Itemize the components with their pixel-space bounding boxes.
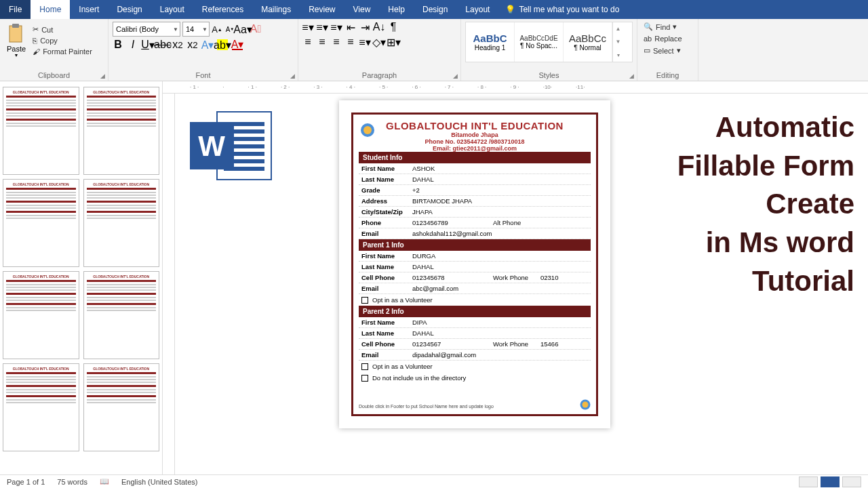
text-effect-icon[interactable]: A▾	[202, 39, 213, 50]
form-value[interactable]: DAHAL	[412, 176, 588, 183]
highlight-icon[interactable]: ab▾	[217, 39, 228, 50]
font-color-icon[interactable]: A▾	[232, 39, 243, 50]
checkbox-icon[interactable]	[361, 297, 368, 304]
bullets-icon[interactable]: ≡▾	[302, 22, 313, 33]
form-row[interactable]: Phone0123456789Alt Phone	[359, 218, 591, 228]
page-thumbnail[interactable]: GLOBALTOUCH INT'L EDUCATION	[83, 179, 160, 267]
form-value[interactable]: ashokdahal112@gmail.com	[412, 230, 588, 237]
page-status[interactable]: Page 1 of 1	[7, 478, 45, 486]
spell-check-icon[interactable]: 📖	[100, 477, 109, 486]
style-gallery[interactable]: AaBbCHeading 1 AaBbCcDdE¶ No Spac... AaB…	[465, 22, 633, 62]
clear-format-icon[interactable]: A⃠	[250, 24, 261, 35]
volunteer1-checkbox[interactable]: Opt in as a Volunteer	[359, 294, 591, 306]
page-thumbnail[interactable]: GLOBALTOUCH INT'L EDUCATION	[3, 179, 79, 267]
document-page[interactable]: GLOBALTOUCH INT'L EDUCATION Bitamode Jha…	[339, 100, 610, 428]
tell-me-box[interactable]: 💡 Tell me what you want to do	[498, 0, 626, 19]
form-value[interactable]: BIRTAMODE JHAPA	[412, 197, 588, 205]
tab-layout[interactable]: Layout	[151, 0, 193, 19]
style-scroll[interactable]: ▲▼▾	[612, 22, 623, 62]
form-row[interactable]: AddressBIRTAMODE JHAPA	[359, 196, 591, 207]
form-row[interactable]: Last NameDAHAL	[359, 262, 591, 272]
word-count[interactable]: 75 words	[57, 478, 87, 486]
page-thumbnail[interactable]: GLOBALTOUCH INT'L EDUCATION	[83, 87, 160, 175]
borders-icon[interactable]: ⊞▾	[388, 37, 399, 47]
line-spacing-icon[interactable]: ≡▾	[359, 37, 370, 47]
show-marks-icon[interactable]: ¶	[388, 22, 399, 33]
form-row[interactable]: Last NameDAHAL	[359, 328, 591, 339]
form-row[interactable]: First NameDURGA	[359, 251, 591, 262]
form-row[interactable]: Last NameDAHAL	[359, 174, 591, 185]
form-value[interactable]: 0123456789	[412, 219, 493, 226]
tab-design2[interactable]: Design	[414, 0, 456, 19]
form-value2[interactable]: 15466	[540, 340, 588, 348]
style-normal[interactable]: AaBbCc¶ Normal	[564, 22, 612, 62]
form-value[interactable]: 01234567	[412, 340, 493, 348]
tab-view[interactable]: View	[344, 0, 380, 19]
form-value[interactable]: abc@gmail.com	[412, 285, 588, 292]
form-row[interactable]: Cell Phone01234567Work Phone15466	[359, 339, 591, 350]
form-row[interactable]: Emailashokdahal112@gmail.com	[359, 228, 591, 239]
align-center-icon[interactable]: ≡	[317, 37, 328, 47]
form-value[interactable]: JHAPA	[412, 208, 588, 216]
font-size-dropdown[interactable]: 14▼	[182, 22, 210, 37]
directory-checkbox[interactable]: Do not include us in the directory	[359, 372, 591, 384]
form-row[interactable]: Emailabc@gmail.com	[359, 283, 591, 294]
thumbnail-panel[interactable]: GLOBALTOUCH INT'L EDUCATION GLOBALTOUCH …	[0, 81, 163, 474]
tab-help[interactable]: Help	[379, 0, 414, 19]
shading-icon[interactable]: ◇▾	[374, 37, 384, 47]
justify-icon[interactable]: ≡	[345, 37, 356, 47]
page-thumbnail[interactable]: GLOBALTOUCH INT'L EDUCATION	[83, 363, 160, 451]
copy-button[interactable]: ⎘Copy	[31, 36, 94, 45]
format-painter-button[interactable]: 🖌Format Painter	[31, 47, 94, 56]
bold-icon[interactable]: B	[113, 39, 123, 50]
strike-icon[interactable]: abc	[157, 39, 168, 50]
page-thumbnail[interactable]: GLOBALTOUCH INT'L EDUCATION	[83, 271, 160, 359]
dialog-launcher-icon[interactable]: ◢	[100, 73, 105, 79]
form-row[interactable]: City/State/ZipJHAPA	[359, 207, 591, 218]
form-value[interactable]: DAHAL	[412, 263, 588, 270]
checkbox-icon[interactable]	[361, 363, 368, 370]
tab-insert[interactable]: Insert	[70, 0, 108, 19]
subscript-icon[interactable]: x2	[172, 39, 183, 50]
superscript-icon[interactable]: x2	[187, 39, 198, 50]
form-row[interactable]: Cell Phone012345678Work Phone02310	[359, 272, 591, 283]
tab-references[interactable]: References	[193, 0, 252, 19]
form-value[interactable]: DURGA	[412, 252, 588, 260]
decrease-indent-icon[interactable]: ⇤	[345, 22, 356, 33]
sort-icon[interactable]: A↓	[374, 22, 384, 33]
tab-review[interactable]: Review	[300, 0, 344, 19]
font-name-dropdown[interactable]: Calibri (Body▼	[113, 22, 180, 37]
italic-icon[interactable]: I	[127, 39, 138, 50]
print-layout-button[interactable]	[821, 476, 840, 487]
form-value[interactable]: +2	[412, 186, 588, 194]
align-right-icon[interactable]: ≡	[331, 37, 342, 47]
form-value2[interactable]	[540, 219, 588, 226]
volunteer2-checkbox[interactable]: Opt in as a Volunteer	[359, 361, 591, 372]
page-thumbnail[interactable]: GLOBALTOUCH INT'L EDUCATION	[3, 87, 79, 175]
page-thumbnail[interactable]: GLOBALTOUCH INT'L EDUCATION	[3, 363, 79, 451]
form-value[interactable]: ASHOK	[412, 165, 588, 172]
form-row[interactable]: First NameDIPA	[359, 317, 591, 328]
language-status[interactable]: English (United States)	[121, 478, 198, 486]
page-thumbnail[interactable]: GLOBALTOUCH INT'L EDUCATION	[3, 271, 79, 359]
checkbox-icon[interactable]	[361, 375, 368, 382]
form-value[interactable]: DIPA	[412, 319, 588, 326]
tab-design[interactable]: Design	[108, 0, 151, 19]
change-case-icon[interactable]: Aa▾	[237, 24, 248, 35]
form-value2[interactable]: 02310	[540, 274, 588, 281]
paste-button[interactable]: Paste ▼	[4, 22, 28, 59]
dialog-launcher-icon[interactable]: ◢	[453, 73, 458, 79]
form-row[interactable]: Grade+2	[359, 185, 591, 196]
align-left-icon[interactable]: ≡	[302, 37, 313, 47]
tab-layout2[interactable]: Layout	[456, 0, 498, 19]
style-nospacing[interactable]: AaBbCcDdE¶ No Spac...	[515, 22, 564, 62]
tab-mailings[interactable]: Mailings	[252, 0, 300, 19]
numbering-icon[interactable]: ≡▾	[317, 22, 328, 33]
read-mode-button[interactable]	[799, 476, 818, 487]
horizontal-ruler[interactable]: · 1 ··· 1 ·· 2 ·· 3 ·· 4 ·· 5 ·· 6 ·· 7 …	[163, 81, 868, 94]
form-row[interactable]: Emaildipadahal@gmail.com	[359, 350, 591, 361]
multilevel-icon[interactable]: ≡▾	[331, 22, 342, 33]
style-heading1[interactable]: AaBbCHeading 1	[466, 22, 515, 62]
dialog-launcher-icon[interactable]: ◢	[629, 73, 634, 79]
grow-font-icon[interactable]: A▲	[212, 24, 222, 35]
